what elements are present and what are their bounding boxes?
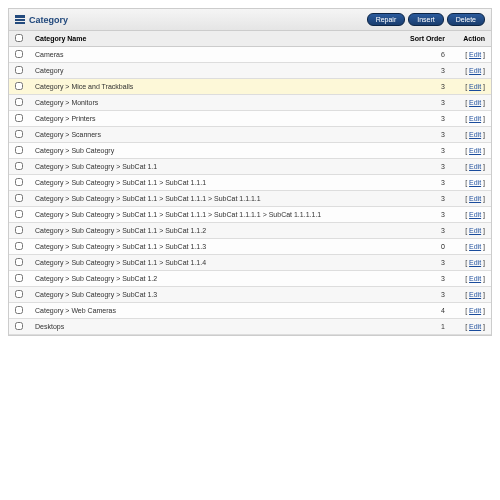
cell-checkbox (9, 175, 29, 191)
row-checkbox[interactable] (15, 66, 23, 74)
edit-link[interactable]: Edit (469, 307, 481, 314)
row-checkbox[interactable] (15, 98, 23, 106)
row-checkbox[interactable] (15, 290, 23, 298)
table-row: Category > Sub Cateogry > SubCat 1.1 > S… (9, 255, 491, 271)
table-header-row: Category Name Sort Order Action (9, 31, 491, 47)
cell-name: Category > Scanners (29, 127, 401, 143)
edit-link[interactable]: Edit (469, 259, 481, 266)
row-checkbox[interactable] (15, 50, 23, 58)
edit-link[interactable]: Edit (469, 115, 481, 122)
row-checkbox[interactable] (15, 210, 23, 218)
insert-button[interactable]: Insert (408, 13, 444, 26)
select-all-checkbox[interactable] (15, 34, 23, 42)
row-checkbox[interactable] (15, 178, 23, 186)
edit-link[interactable]: Edit (469, 147, 481, 154)
cell-checkbox (9, 47, 29, 63)
edit-link[interactable]: Edit (469, 179, 481, 186)
panel-header: Category Repair Insert Delete (9, 9, 491, 31)
cell-sort: 3 (401, 175, 451, 191)
row-checkbox[interactable] (15, 194, 23, 202)
edit-link[interactable]: Edit (469, 195, 481, 202)
row-checkbox[interactable] (15, 226, 23, 234)
row-checkbox[interactable] (15, 146, 23, 154)
panel-title: Category (29, 15, 68, 25)
cell-name: Category > Web Cameras (29, 303, 401, 319)
cell-name: Category > Sub Cateogry (29, 143, 401, 159)
table-row: Category > Mice and Trackballs3[ Edit ] (9, 79, 491, 95)
table-row: Category > Web Cameras4[ Edit ] (9, 303, 491, 319)
edit-link[interactable]: Edit (469, 243, 481, 250)
col-sort[interactable]: Sort Order (401, 31, 451, 47)
edit-link[interactable]: Edit (469, 131, 481, 138)
col-name[interactable]: Category Name (29, 31, 401, 47)
edit-link[interactable]: Edit (469, 275, 481, 282)
edit-link[interactable]: Edit (469, 211, 481, 218)
row-checkbox[interactable] (15, 306, 23, 314)
edit-link[interactable]: Edit (469, 227, 481, 234)
cell-checkbox (9, 239, 29, 255)
col-checkbox (9, 31, 29, 47)
edit-link[interactable]: Edit (469, 99, 481, 106)
cell-name: Category > Monitors (29, 95, 401, 111)
edit-link[interactable]: Edit (469, 51, 481, 58)
row-checkbox[interactable] (15, 82, 23, 90)
cell-checkbox (9, 207, 29, 223)
table-row: Category > Sub Cateogry > SubCat 1.1 > S… (9, 175, 491, 191)
table-row: Category3[ Edit ] (9, 63, 491, 79)
cell-name: Category > Mice and Trackballs (29, 79, 401, 95)
cell-action: [ Edit ] (451, 127, 491, 143)
cell-sort: 1 (401, 319, 451, 335)
table-row: Category > Sub Cateogry > SubCat 1.1 > S… (9, 223, 491, 239)
cell-sort: 3 (401, 223, 451, 239)
table-row: Category > Scanners3[ Edit ] (9, 127, 491, 143)
table-row: Category > Sub Cateogry > SubCat 1.1 > S… (9, 239, 491, 255)
cell-name: Category > Sub Cateogry > SubCat 1.2 (29, 271, 401, 287)
cell-action: [ Edit ] (451, 255, 491, 271)
cell-action: [ Edit ] (451, 47, 491, 63)
row-checkbox[interactable] (15, 274, 23, 282)
table-row: Cameras6[ Edit ] (9, 47, 491, 63)
cell-sort: 3 (401, 287, 451, 303)
table-row: Desktops1[ Edit ] (9, 319, 491, 335)
action-buttons: Repair Insert Delete (367, 13, 485, 26)
col-action: Action (451, 31, 491, 47)
cell-checkbox (9, 95, 29, 111)
row-checkbox[interactable] (15, 162, 23, 170)
table-row: Category > Printers3[ Edit ] (9, 111, 491, 127)
row-checkbox[interactable] (15, 114, 23, 122)
cell-sort: 3 (401, 127, 451, 143)
cell-checkbox (9, 287, 29, 303)
row-checkbox[interactable] (15, 258, 23, 266)
cell-name: Category > Sub Cateogry > SubCat 1.1 > S… (29, 239, 401, 255)
cell-action: [ Edit ] (451, 159, 491, 175)
edit-link[interactable]: Edit (469, 67, 481, 74)
cell-action: [ Edit ] (451, 207, 491, 223)
row-checkbox[interactable] (15, 242, 23, 250)
category-panel: Category Repair Insert Delete Category N… (8, 8, 492, 336)
cell-sort: 3 (401, 271, 451, 287)
cell-action: [ Edit ] (451, 191, 491, 207)
row-checkbox[interactable] (15, 130, 23, 138)
edit-link[interactable]: Edit (469, 163, 481, 170)
edit-link[interactable]: Edit (469, 83, 481, 90)
cell-name: Category (29, 63, 401, 79)
cell-name: Category > Sub Cateogry > SubCat 1.1 > S… (29, 207, 401, 223)
cell-action: [ Edit ] (451, 271, 491, 287)
cell-checkbox (9, 271, 29, 287)
row-checkbox[interactable] (15, 322, 23, 330)
table-row: Category > Sub Cateogry > SubCat 1.13[ E… (9, 159, 491, 175)
cell-name: Category > Sub Cateogry > SubCat 1.1 > S… (29, 255, 401, 271)
cell-checkbox (9, 159, 29, 175)
cell-name: Category > Sub Cateogry > SubCat 1.1 > S… (29, 223, 401, 239)
edit-link[interactable]: Edit (469, 291, 481, 298)
repair-button[interactable]: Repair (367, 13, 406, 26)
cell-checkbox (9, 111, 29, 127)
cell-action: [ Edit ] (451, 95, 491, 111)
cell-name: Category > Sub Cateogry > SubCat 1.3 (29, 287, 401, 303)
table-row: Category > Monitors3[ Edit ] (9, 95, 491, 111)
edit-link[interactable]: Edit (469, 323, 481, 330)
cell-checkbox (9, 127, 29, 143)
delete-button[interactable]: Delete (447, 13, 485, 26)
table-row: Category > Sub Cateogry > SubCat 1.1 > S… (9, 191, 491, 207)
cell-checkbox (9, 79, 29, 95)
